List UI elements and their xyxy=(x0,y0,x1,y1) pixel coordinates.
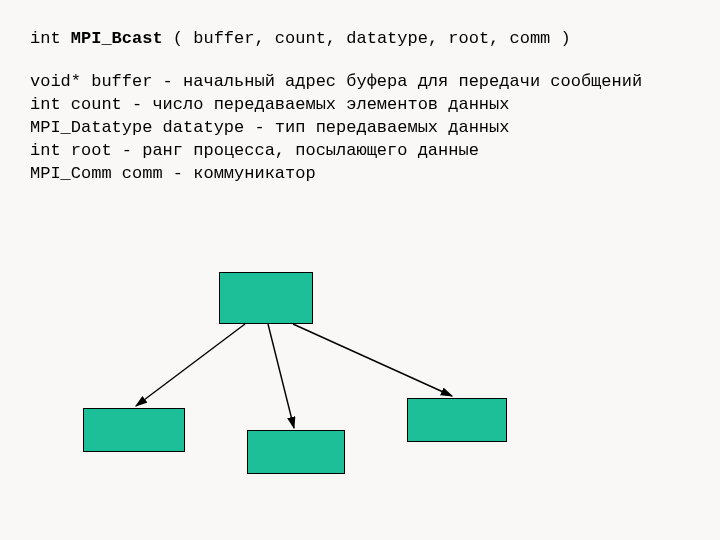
param-root: int root - ранг процесса, посылающего да… xyxy=(30,140,690,163)
param-comm: MPI_Comm comm - коммуникатор xyxy=(30,163,690,186)
broadcast-diagram xyxy=(0,272,720,512)
svg-line-1 xyxy=(268,324,294,428)
svg-line-2 xyxy=(293,324,452,396)
diagram-box-root xyxy=(219,272,313,324)
diagram-box-child3 xyxy=(407,398,507,442)
param-datatype: MPI_Datatype datatype - тип передаваемых… xyxy=(30,117,690,140)
function-signature: int MPI_Bcast ( buffer, count, datatype,… xyxy=(30,28,690,51)
param-buffer: void* buffer - начальный адрес буфера дл… xyxy=(30,71,690,94)
diagram-box-child1 xyxy=(83,408,185,452)
sig-prefix: int xyxy=(30,29,71,48)
param-count: int count - число передаваемых элементов… xyxy=(30,94,690,117)
sig-suffix: ( buffer, count, datatype, root, comm ) xyxy=(163,29,571,48)
diagram-arrows xyxy=(0,272,720,512)
diagram-box-child2 xyxy=(247,430,345,474)
svg-line-0 xyxy=(136,324,245,406)
sig-funcname: MPI_Bcast xyxy=(71,29,163,48)
